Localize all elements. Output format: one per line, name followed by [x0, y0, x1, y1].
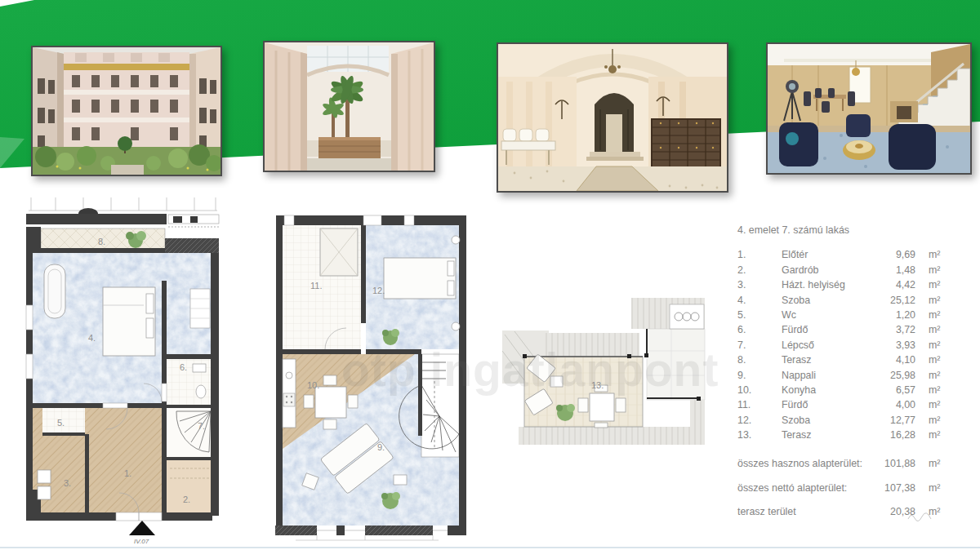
room-unit: m² — [927, 355, 960, 365]
room-area: 4,10 — [881, 355, 927, 365]
room-number: 10. — [737, 385, 782, 395]
room-label-szoba2: 12. — [372, 286, 385, 295]
total-value: 107,38 — [881, 483, 927, 493]
table-row: 4. Szoba 25,12 m² — [737, 295, 960, 310]
table-row: 8. Terasz 4,10 m² — [737, 355, 960, 370]
room-name: Előtér — [782, 250, 881, 259]
room-number: 6. — [737, 325, 782, 335]
floorplan-roof-terrace: 13. — [498, 294, 735, 449]
table-row: 3. Házt. helyiség 4,42 m² — [737, 280, 960, 295]
table-row: 11. Fürdő 4,00 m² — [737, 400, 960, 415]
room-label-eloter: 1. — [124, 468, 131, 478]
entrance-label: IV.07 — [134, 538, 149, 545]
room-label-terasz2: 13. — [591, 380, 604, 390]
room-area: 3,93 — [881, 340, 927, 350]
room-name: Terasz — [782, 430, 881, 440]
room-number: 9. — [737, 370, 782, 380]
photo-courtyard — [31, 46, 222, 176]
total-useful-area: összes hasznos alapterület: 101,88 m² — [737, 459, 960, 468]
room-label-gardrob: 2. — [183, 495, 190, 504]
room-number: 3. — [737, 280, 782, 290]
room-number: 2. — [737, 265, 782, 275]
table-row: 10. Konyha 6,57 m² — [737, 385, 960, 400]
room-label-wc: 5. — [57, 418, 65, 428]
dimension-lines — [29, 197, 219, 216]
toilet — [196, 385, 206, 398]
table-row: 1. Előtér 9,69 m² — [737, 250, 960, 264]
entrance-arrow-icon — [129, 521, 155, 535]
room-name: Fürdő — [782, 400, 881, 410]
room-name: Lépcső — [782, 340, 881, 350]
armchair-right — [889, 124, 936, 170]
room-unit: m² — [927, 325, 960, 335]
room-area: 1,20 — [881, 310, 927, 320]
armchair-middle — [846, 114, 871, 137]
room-number: 7. — [737, 340, 782, 350]
courtyard-illustration — [33, 47, 220, 175]
room-number: 4. — [737, 295, 782, 305]
room-name: Wc — [782, 310, 881, 320]
total-label: összes hasznos alapterület: — [737, 459, 881, 468]
room-area: 1,48 — [881, 265, 927, 275]
total-value: 101,88 — [881, 459, 927, 468]
signature-mark — [905, 509, 941, 524]
room-number: 1. — [737, 250, 782, 259]
total-label: összes nettó alapterület: — [737, 483, 881, 493]
table-row: 9. Nappali 25,98 m² — [737, 370, 960, 385]
room-unit: m² — [927, 400, 960, 410]
room-name: Szoba — [782, 415, 881, 425]
photo-living-room — [766, 42, 972, 175]
room-number: 13. — [737, 430, 782, 440]
dimension-lines — [296, 535, 439, 540]
total-label: terasz terület — [737, 507, 881, 517]
side-table — [550, 376, 563, 387]
total-net-area: összes nettó alapterület: 107,38 m² — [737, 483, 960, 493]
room-name: Gardrób — [782, 265, 881, 275]
room-unit: m² — [927, 430, 960, 440]
room-label-hazt: 3. — [64, 478, 71, 488]
room-label-terasz: 8. — [98, 237, 105, 246]
table-row: 7. Lépcső 3,93 m² — [737, 340, 960, 355]
room-label-furdo2: 11. — [310, 281, 322, 291]
room-area: 16,28 — [881, 430, 927, 440]
room-area: 9,69 — [881, 250, 927, 259]
room-number: 8. — [737, 355, 782, 365]
photo-atrium — [263, 41, 435, 172]
room-unit: m² — [927, 385, 960, 395]
room-unit: m² — [927, 415, 960, 425]
room-unit: m² — [927, 370, 960, 380]
bed — [103, 287, 155, 356]
room-label-szoba: 4. — [88, 333, 96, 343]
table-row: 6. Fürdő 3,72 m² — [737, 325, 960, 339]
table-row: 12. Szoba 12,77 m² — [737, 415, 960, 430]
table-row: 2. Gardrób 1,48 m² — [737, 265, 960, 280]
topiary-tree — [118, 136, 132, 151]
room-area: 3,72 — [881, 325, 927, 335]
room-area: 25,98 — [881, 370, 927, 380]
room-area: 4,42 — [881, 280, 927, 290]
room-label-lepcso: 7. — [198, 421, 205, 431]
room-name: Szoba — [782, 295, 881, 305]
room-unit: m² — [927, 340, 960, 350]
room-label-konyha: 10. — [307, 380, 319, 390]
room-label-nappali: 9. — [377, 442, 385, 452]
room-label-furdo: 6. — [180, 362, 187, 372]
room-unit: m² — [927, 295, 960, 305]
room-unit: m² — [927, 280, 960, 290]
floorplan-lower-level: IV.07 8. 4. 6. 5. 7. 1. 3. 2. — [24, 191, 220, 547]
room-number: 5. — [737, 310, 782, 320]
room-area: 6,57 — [881, 385, 927, 395]
room-name: Konyha — [782, 385, 881, 395]
room-unit: m² — [927, 310, 960, 320]
entrance-hall-illustration — [498, 44, 727, 191]
room-area: 25,12 — [881, 295, 927, 305]
room-name: Házt. helyiség — [782, 280, 881, 290]
table-row: 5. Wc 1,20 m² — [737, 310, 960, 325]
listing-sheet: IV.07 8. 4. 6. 5. 7. 1. 3. 2. — [0, 0, 980, 550]
room-number: 12. — [737, 415, 782, 425]
kitchen-counter — [283, 359, 296, 428]
room-name: Nappali — [782, 370, 881, 380]
roof-vent-box — [670, 304, 704, 329]
total-unit: m² — [927, 483, 960, 493]
room-name: Terasz — [782, 355, 881, 365]
